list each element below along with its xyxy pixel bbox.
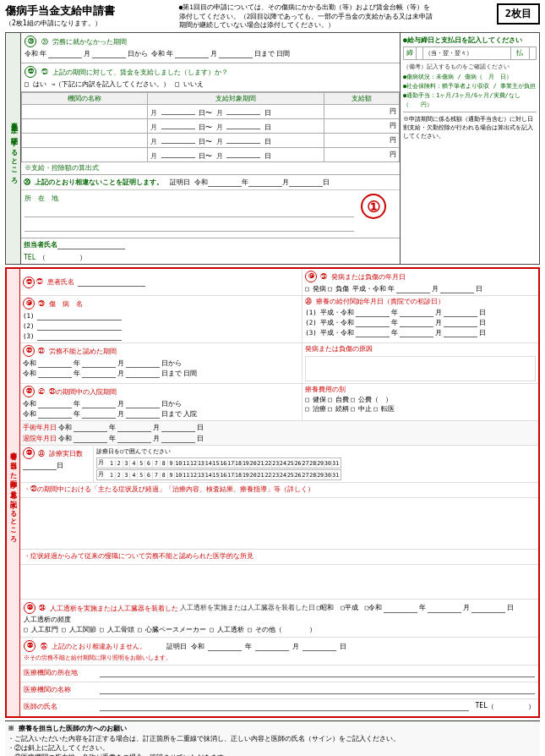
cal-1-6[interactable]: 6 [145,460,153,467]
right-info-title: ●給与締日と支払日を記入してください [403,36,537,45]
onset-cause-cell: 発病または負傷の原因 [302,343,538,383]
harai-input[interactable] [529,47,536,60]
cal-1-3[interactable]: 3 [123,460,131,467]
cal-2-10[interactable]: 10 [175,472,183,479]
cal-2-7[interactable]: 7 [153,472,161,479]
proof-month-input[interactable] [248,178,282,187]
cal-1-29[interactable]: 29 [317,460,324,467]
cal-2-17[interactable]: 17 [227,472,235,479]
expense-cell: 療養費用の別 □ 健保 □ 自費 □ 公費（ ） □ 治療 □ 続柄 □ 中止 … [302,384,538,420]
cal-2-6[interactable]: 6 [145,472,153,479]
cal-2-28[interactable]: 28 [309,472,317,479]
calendar-cell: 診療日を○で囲んでください 月 123456789101112131415161… [94,446,538,482]
proof-year-input[interactable] [208,178,242,187]
cal-2-25[interactable]: 25 [287,472,295,479]
cal-2-18[interactable]: 18 [235,472,243,479]
patient-name-input[interactable] [78,277,145,287]
cal-2-24[interactable]: 24 [280,472,287,479]
cal-1-14[interactable]: 14 [205,460,213,467]
cal-2-14[interactable]: 14 [205,472,213,479]
address-input[interactable] [25,205,354,217]
cal-1-11[interactable]: 11 [183,460,190,467]
footer-notes: ※ 療養を担当した医師の方へのお願い ・ご記入いただいた内容を訂正する場合は、訂… [5,720,540,756]
cal-2-2[interactable]: 2 [116,472,123,479]
cal-1-4[interactable]: 4 [130,460,138,467]
to-month-input[interactable] [219,49,253,58]
cal-1-23[interactable]: 23 [272,460,280,467]
cal-1-20[interactable]: 20 [250,460,258,467]
cal-1-24[interactable]: 24 [280,460,287,467]
tanto-label: 担当者氏名 [24,240,57,249]
patient-name-cell: ㉗ ㉗ 患者氏名 [20,269,302,295]
cal-1-12[interactable]: 12 [190,460,198,467]
cal-1-21[interactable]: 21 [258,460,265,467]
tanto-input[interactable] [57,240,125,249]
shime-note: （当・翌・翌々） [423,47,510,60]
cal-2-5[interactable]: 5 [138,472,145,479]
cal-1-1[interactable]: 1 [108,460,116,467]
formula-note: ※支給・控除額の算出式 [21,162,400,175]
cal-2-8[interactable]: 8 [161,472,168,479]
footer-note2: ・②は斜上に記入してください。 [8,744,537,753]
shime-input[interactable] [417,47,423,60]
hosp-name-input[interactable] [100,685,535,694]
symptoms-textarea[interactable] [20,498,538,549]
cal-2-30[interactable]: 30 [324,472,332,479]
address-input2[interactable] [25,220,354,232]
dr-dialysis-row: ㉞ ㉞ 人工透析を実施または人工臓器を装着した 人工透析を実施または人工臓器を装… [20,600,538,638]
cal-2-3[interactable]: 3 [123,472,131,479]
cal-2-16[interactable]: 16 [220,472,227,479]
from-month-input[interactable] [92,49,126,58]
cal-2-13[interactable]: 13 [198,472,205,479]
cal-1-15[interactable]: 15 [213,460,221,467]
onset-cause-label: 発病または負傷の原因 [305,345,373,353]
shime-label: 締 [404,47,417,60]
to-year-input[interactable] [175,49,209,58]
cal-1-16[interactable]: 16 [220,460,227,467]
cal-2-31[interactable]: 31 [332,472,340,479]
cal-1-18[interactable]: 18 [235,460,243,467]
cal-1-13[interactable]: 13 [198,460,205,467]
cal-2-15[interactable]: 15 [213,472,221,479]
right-note2: ※申請期間に係る残額（通勤手当含む）に対し日割支給・欠勤控除が行われる場合は算出… [403,112,537,140]
cal-2-11[interactable]: 11 [183,472,190,479]
cal-1-30[interactable]: 30 [324,460,332,467]
exam-days-input[interactable] [23,461,57,470]
cal-1-7[interactable]: 7 [153,460,161,467]
cal-2-23[interactable]: 23 [272,472,280,479]
hosp-period-cell: ㉜ ㉜ ㉛の期間中の入院期間 令和 年 月 日から 令和 年 月 [20,384,302,420]
cal-1-5[interactable]: 5 [138,460,145,467]
cal-1-26[interactable]: 26 [295,460,302,467]
cal-1-10[interactable]: 10 [175,460,183,467]
cal-1-28[interactable]: 28 [309,460,317,467]
hosp-addr-input[interactable] [100,668,535,677]
cal-1-8[interactable]: 8 [161,460,168,467]
cal-2-4[interactable]: 4 [130,472,138,479]
circle1-container: ① [354,194,396,219]
cal-2-26[interactable]: 26 [295,472,302,479]
cal-2-9[interactable]: 9 [168,472,176,479]
cal-1-17[interactable]: 17 [227,460,235,467]
opinion-textarea[interactable] [20,565,538,599]
cal-2-29[interactable]: 29 [317,472,324,479]
cal-2-20[interactable]: 20 [250,472,258,479]
cal-2-12[interactable]: 12 [190,472,198,479]
cal-1-31[interactable]: 31 [332,460,340,467]
cal-1-22[interactable]: 22 [264,460,272,467]
cal-2-22[interactable]: 22 [264,472,272,479]
proof-day-input[interactable] [289,178,323,187]
proof-text: ⑳ 上記のとおり相違ないことを証明します。 [24,178,163,187]
from-year-input[interactable] [48,49,82,58]
cal-1-9[interactable]: 9 [168,460,176,467]
cal-2-1[interactable]: 1 [108,472,116,479]
cal-1-19[interactable]: 19 [243,460,250,467]
cal-1-27[interactable]: 27 [302,460,310,467]
cal-2-27[interactable]: 27 [302,472,310,479]
cal-1-2[interactable]: 2 [116,460,123,467]
circle-20: ⑳ [25,36,36,47]
cal-2-19[interactable]: 19 [243,472,250,479]
cal-1-25[interactable]: 25 [287,460,295,467]
cal-2-21[interactable]: 21 [258,472,265,479]
doctor-name-input[interactable] [100,702,469,711]
onset-cause-input[interactable] [305,356,536,381]
